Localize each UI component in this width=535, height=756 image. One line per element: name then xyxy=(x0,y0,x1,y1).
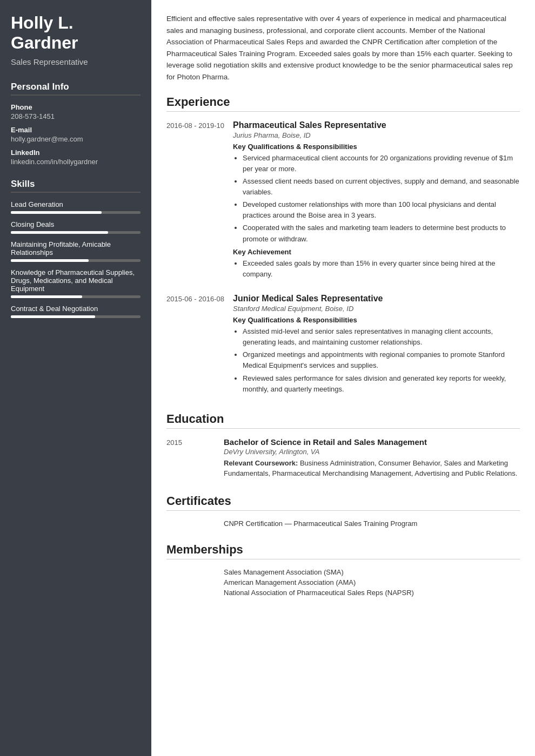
skill-item: Closing Deals xyxy=(11,220,141,234)
summary-text: Efficient and effective sales representa… xyxy=(166,13,520,83)
skill-bar-fill xyxy=(11,295,82,298)
candidate-title: Sales Representative xyxy=(11,57,141,66)
experience-entry: 2015-06 - 2016-08Junior Medical Sales Re… xyxy=(166,294,520,397)
linkedin-label: LinkedIn xyxy=(11,148,141,157)
exp-achievement-item: Exceeded sales goals by more than 15% in… xyxy=(243,258,520,280)
phone-value: 208-573-1451 xyxy=(11,112,141,120)
exp-bullet-item: Assessed client needs based on current o… xyxy=(243,176,520,198)
skill-bar-bg xyxy=(11,295,141,298)
memberships-section: Memberships Sales Management Association… xyxy=(166,543,520,597)
membership-text: Sales Management Association (SMA) xyxy=(224,568,344,576)
edu-coursework: Relevant Coursework: Business Administra… xyxy=(224,458,520,479)
linkedin-value: linkedin.com/in/hollygardner xyxy=(11,158,141,166)
edu-content: Bachelor of Science in Retail and Sales … xyxy=(224,437,520,479)
skill-bar-bg xyxy=(11,315,141,318)
membership-spacer xyxy=(166,589,215,597)
exp-company: Jurius Pharma, Boise, ID xyxy=(233,131,520,139)
certificates-section: Certificates CNPR Certification — Pharma… xyxy=(166,494,520,528)
experience-list: 2016-08 - 2019-10Pharmaceutical Sales Re… xyxy=(166,120,520,397)
experience-heading: Experience xyxy=(166,95,520,112)
memberships-heading: Memberships xyxy=(166,543,520,559)
email-label: E-mail xyxy=(11,126,141,134)
membership-entry: National Association of Pharmaceutical S… xyxy=(166,589,520,597)
skill-item: Knowledge of Pharmaceutical Supplies, Dr… xyxy=(11,268,141,298)
edu-date: 2015 xyxy=(166,437,215,479)
edu-school: DeVry University, Arlington, VA xyxy=(224,448,520,456)
exp-bullet-item: Developed customer relationships with mo… xyxy=(243,199,520,221)
skill-bar-fill xyxy=(11,259,89,262)
exp-bullet-item: Serviced pharmaceutical client accounts … xyxy=(243,153,520,174)
skill-name: Contract & Deal Negotiation xyxy=(11,305,141,313)
exp-bullets: Assisted mid-level and senior sales repr… xyxy=(233,326,520,395)
main-content: Efficient and effective sales representa… xyxy=(151,0,535,756)
certificates-list: CNPR Certification — Pharmaceutical Sale… xyxy=(166,519,520,528)
email-value: holly.gardner@me.com xyxy=(11,135,141,143)
exp-qualifications-label: Key Qualifications & Responsibilities xyxy=(233,316,520,324)
skills-list: Lead GenerationClosing DealsMaintaining … xyxy=(11,200,141,318)
skills-heading: Skills xyxy=(11,179,141,193)
skill-item: Contract & Deal Negotiation xyxy=(11,305,141,318)
membership-spacer xyxy=(166,578,215,586)
experience-entry: 2016-08 - 2019-10Pharmaceutical Sales Re… xyxy=(166,120,520,282)
membership-entry: American Management Association (AMA) xyxy=(166,578,520,586)
membership-entry: Sales Management Association (SMA) xyxy=(166,568,520,576)
cert-spacer xyxy=(166,519,215,528)
skill-name: Closing Deals xyxy=(11,220,141,228)
skill-item: Maintaining Profitable, Amicable Relatio… xyxy=(11,240,141,262)
skill-bar-bg xyxy=(11,211,141,214)
exp-date: 2016-08 - 2019-10 xyxy=(166,120,224,282)
education-list: 2015Bachelor of Science in Retail and Sa… xyxy=(166,437,520,479)
membership-text: American Management Association (AMA) xyxy=(224,578,356,586)
skill-item: Lead Generation xyxy=(11,200,141,214)
education-entry: 2015Bachelor of Science in Retail and Sa… xyxy=(166,437,520,479)
membership-text: National Association of Pharmaceutical S… xyxy=(224,589,414,597)
skill-name: Knowledge of Pharmaceutical Supplies, Dr… xyxy=(11,268,141,293)
education-section: Education 2015Bachelor of Science in Ret… xyxy=(166,412,520,479)
exp-bullet-item: Reviewed sales performance for sales div… xyxy=(243,373,520,395)
skill-name: Maintaining Profitable, Amicable Relatio… xyxy=(11,240,141,256)
certificate-entry: CNPR Certification — Pharmaceutical Sale… xyxy=(166,519,520,528)
candidate-name: Holly L. Gardner xyxy=(11,13,141,53)
exp-bullet-item: Organized meetings and appointments with… xyxy=(243,349,520,371)
exp-job-title: Junior Medical Sales Representative xyxy=(233,294,520,303)
exp-company: Stanford Medical Equipment, Boise, ID xyxy=(233,305,520,313)
membership-spacer xyxy=(166,568,215,576)
exp-job-title: Pharmaceutical Sales Representative xyxy=(233,120,520,130)
skill-bar-fill xyxy=(11,315,95,318)
phone-label: Phone xyxy=(11,103,141,111)
education-heading: Education xyxy=(166,412,520,429)
skill-bar-bg xyxy=(11,231,141,234)
exp-achievement-label: Key Achievement xyxy=(233,248,520,256)
exp-content: Junior Medical Sales RepresentativeStanf… xyxy=(233,294,520,397)
exp-bullet-item: Assisted mid-level and senior sales repr… xyxy=(243,326,520,348)
sidebar: Holly L. Gardner Sales Representative Pe… xyxy=(0,0,151,756)
experience-section: Experience 2016-08 - 2019-10Pharmaceutic… xyxy=(166,95,520,397)
skill-bar-bg xyxy=(11,259,141,262)
personal-info-heading: Personal Info xyxy=(11,82,141,96)
skill-bar-fill xyxy=(11,211,102,214)
skill-bar-fill xyxy=(11,231,108,234)
exp-content: Pharmaceutical Sales RepresentativeJuriu… xyxy=(233,120,520,282)
exp-qualifications-label: Key Qualifications & Responsibilities xyxy=(233,143,520,151)
exp-bullets: Serviced pharmaceutical client accounts … xyxy=(233,153,520,245)
edu-degree: Bachelor of Science in Retail and Sales … xyxy=(224,437,520,447)
skill-name: Lead Generation xyxy=(11,200,141,208)
memberships-list: Sales Management Association (SMA)Americ… xyxy=(166,568,520,597)
exp-achievement-bullets: Exceeded sales goals by more than 15% in… xyxy=(233,258,520,280)
certificate-text: CNPR Certification — Pharmaceutical Sale… xyxy=(224,519,417,528)
exp-date: 2015-06 - 2016-08 xyxy=(166,294,224,397)
certificates-heading: Certificates xyxy=(166,494,520,511)
exp-bullet-item: Cooperated with the sales and marketing … xyxy=(243,222,520,244)
